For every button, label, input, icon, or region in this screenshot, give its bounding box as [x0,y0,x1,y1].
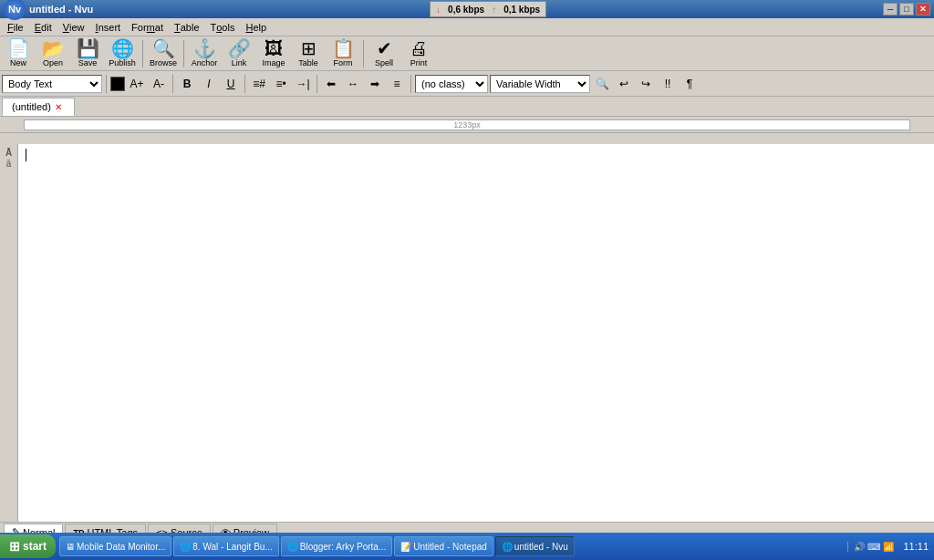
link-button[interactable]: 🔗 Link [223,38,255,69]
ruler-area: 1233px [0,117,934,133]
ruler-width-label: 1233px [453,120,481,130]
notepad-icon: 📝 [400,542,411,552]
minimize-button[interactable]: ─ [883,3,898,16]
menu-edit[interactable]: Edit [29,18,57,36]
new-icon: 📄 [7,39,30,57]
titlebar-title: untitled - Nvu [29,4,93,15]
taskbar-item-monitor[interactable]: 🖥 Mobile Data Monitor... [59,536,171,556]
menubar: File Edit View Insert Format Table Tools… [0,18,934,36]
menu-table[interactable]: Table [169,18,205,36]
sep-t2-4 [317,75,317,93]
clock: 11:11 [898,541,929,552]
print-icon: 🖨 [410,39,428,57]
align-right-btn[interactable]: ➡ [365,74,385,94]
doc-tab-title: (untitled) [12,101,51,112]
nvu-label: untitled - Nvu [514,542,568,552]
align-left-btn[interactable]: ⬅ [321,74,341,94]
browse-button[interactable]: 🔍 Browse [147,38,180,69]
close-button[interactable]: ✕ [916,3,930,16]
tb2-extra1[interactable]: 🔍 [592,74,612,94]
text-cursor [26,149,26,161]
print-label: Print [410,58,428,67]
paragraph-style-select[interactable]: Body Text [2,75,102,93]
table-icon: ⊞ [301,39,317,57]
align-center-btn[interactable]: ↔ [343,74,363,94]
menu-file[interactable]: File [2,18,29,36]
start-button[interactable]: ⊞ start [0,534,56,558]
link-icon: 🔗 [228,39,251,57]
systray-icon1: 🔊 [854,542,865,552]
menu-help[interactable]: Help [240,18,272,36]
tb2-extra3[interactable]: ↪ [636,74,656,94]
italic-btn[interactable]: I [199,74,219,94]
menu-format[interactable]: Format [126,18,169,36]
maximize-button[interactable]: □ [899,3,914,16]
monitor-label: Mobile Data Monitor... [77,542,165,552]
langit-icon: 🌐 [180,542,191,552]
monitor-icon: 🖥 [66,542,75,552]
taskbar-item-notepad[interactable]: 📝 Untitled - Notepad [394,536,493,556]
anchor-icon: ⚓ [193,39,216,57]
form-label: Form [334,58,353,67]
ordered-list-btn[interactable]: ≡# [249,74,269,94]
bold-btn[interactable]: B [177,74,197,94]
sep1 [142,40,143,67]
taskbar-item-nvu[interactable]: 🌐 untitled - Nvu [495,536,575,556]
link-label: Link [232,58,247,67]
open-button[interactable]: 📂 Open [36,38,69,69]
editor-area[interactable] [18,144,934,524]
ruler-line: 1233px [24,119,910,130]
net-download-value: 0,6 kbps [448,5,484,15]
save-icon: 💾 [77,39,99,57]
sep-t2-5 [410,75,411,93]
start-orb: ⊞ [9,539,20,554]
form-button[interactable]: 📋 Form [327,38,359,69]
align-justify-btn[interactable]: ≡ [387,74,407,94]
anchor-button[interactable]: ⚓ Anchor [188,38,221,69]
doc-tab-untitled[interactable]: (untitled) ✕ [2,98,75,116]
tb2-extra2[interactable]: ↩ [614,74,634,94]
save-button[interactable]: 💾 Save [71,38,104,69]
publish-label: Publish [109,58,136,67]
spell-icon: ✔ [377,39,392,57]
image-label: Image [263,58,285,67]
increase-font-btn[interactable]: A+ [127,74,147,94]
taskbar-right: 🔊 ⌨ 📶 11:11 [847,541,934,552]
sep3 [363,40,364,67]
new-button[interactable]: 📄 New [2,38,35,69]
tb2-extra4[interactable]: !! [658,74,678,94]
menu-insert[interactable]: Insert [90,18,127,36]
sep-t2-1 [106,75,107,93]
print-button[interactable]: 🖨 Print [402,38,435,69]
tb2-extra5[interactable]: ¶ [680,74,700,94]
taskbar-item-blogger[interactable]: 🌐 Blogger: Arky Porta... [281,536,393,556]
publish-button[interactable]: 🌐 Publish [106,38,139,69]
systray: 🔊 ⌨ 📶 [847,542,894,552]
blogger-label: Blogger: Arky Porta... [300,542,387,552]
underline-btn[interactable]: U [221,74,241,94]
menu-tools[interactable]: Tools [205,18,241,36]
width-select[interactable]: Variable Width [490,75,590,93]
taskbar-item-langit[interactable]: 🌐 8. Wal - Langit Bu... [173,536,278,556]
doc-tab-close[interactable]: ✕ [55,102,62,112]
publish-icon: 🌐 [111,39,134,57]
gutter-icon2: ā [6,159,12,169]
browse-label: Browse [150,58,177,67]
spell-button[interactable]: ✔ Spell [368,38,400,69]
app-logo: Nv [4,0,26,20]
systray-icon3: 📶 [883,542,894,552]
sep-t2-2 [172,75,173,93]
open-icon: 📂 [42,39,65,57]
net-download-icon: ↓ [436,5,441,15]
color-picker[interactable] [110,77,125,91]
decrease-font-btn[interactable]: A- [149,74,169,94]
class-select[interactable]: (no class) [415,75,488,93]
image-button[interactable]: 🖼 Image [257,38,290,69]
menu-view[interactable]: View [57,18,90,36]
net-upload-value: 0,1 kbps [503,5,540,15]
sep-t2-3 [244,75,245,93]
table-button[interactable]: ⊞ Table [292,38,325,69]
left-gutter: Ā ā [0,144,18,524]
indent-btn[interactable]: →| [293,74,313,94]
unordered-list-btn[interactable]: ≡• [271,74,291,94]
